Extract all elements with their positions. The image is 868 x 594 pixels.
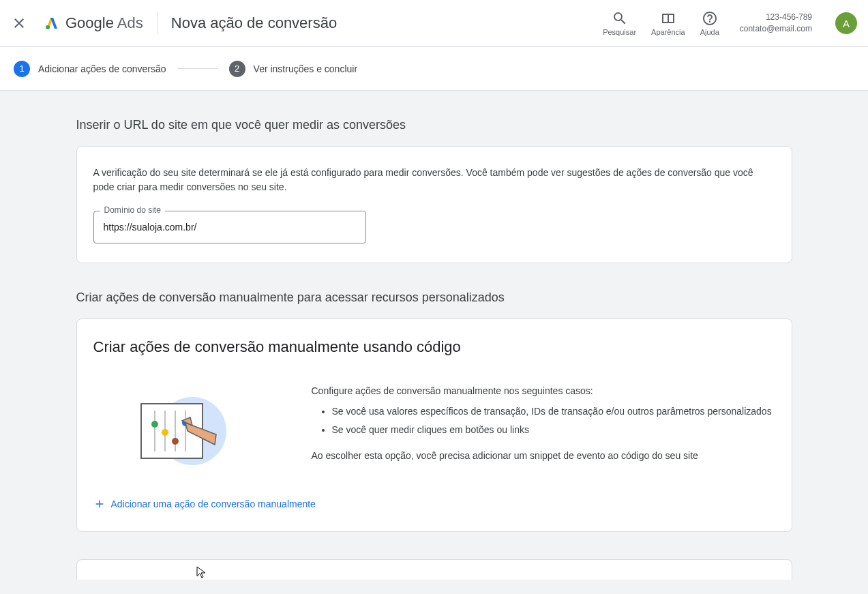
section-2-title: Criar ações de conversão manualmente par… [76, 291, 792, 305]
appearance-tool[interactable]: Aparência [651, 10, 685, 36]
section-1-title: Inserir o URL do site em que você quer m… [76, 118, 792, 132]
manual-card: Criar ações de conversão manualmente usa… [76, 318, 792, 532]
add-conversion-link[interactable]: Adicionar uma ação de conversão manualme… [93, 498, 316, 510]
search-tool[interactable]: Pesquisar [603, 10, 636, 36]
url-card-description: A verificação do seu site determinará se… [93, 166, 775, 194]
step-2-number: 2 [229, 61, 245, 77]
manual-intro: Configure ações de conversão manualmente… [312, 383, 775, 398]
svg-point-7 [151, 421, 158, 428]
step-1-label: Adicionar ações de conversão [38, 63, 166, 74]
help-icon [702, 10, 718, 27]
add-conversion-label: Adicionar uma ação de conversão manualme… [111, 499, 316, 509]
step-connector [177, 68, 218, 69]
divider [157, 12, 158, 34]
manual-text-block: Configure ações de conversão manualmente… [312, 383, 775, 464]
google-ads-logo-icon [44, 15, 60, 31]
sliders-illustration-icon [128, 383, 237, 479]
svg-point-8 [162, 429, 168, 436]
header-tools: Pesquisar Aparência Ajuda 123-456-789 co… [603, 10, 857, 36]
step-1-number: 1 [14, 61, 30, 77]
manual-card-title: Criar ações de conversão manualmente usa… [93, 338, 775, 356]
svg-point-0 [46, 25, 50, 29]
manual-footer: Ao escolher esta opção, você precisa adi… [312, 448, 775, 463]
manual-illustration [93, 383, 271, 479]
svg-point-9 [172, 438, 179, 445]
domain-input-label: Domínio do site [100, 205, 165, 215]
url-card: A verificação do seu site determinará se… [76, 146, 792, 263]
stepper: 1 Adicionar ações de conversão 2 Ver ins… [0, 47, 868, 91]
step-2[interactable]: 2 Ver instruções e concluir [229, 61, 358, 77]
close-icon [11, 15, 27, 31]
appearance-icon [660, 10, 676, 27]
page-title: Nova ação de conversão [171, 14, 337, 32]
help-tool[interactable]: Ajuda [700, 10, 719, 36]
avatar[interactable]: A [835, 12, 857, 34]
account-info: 123-456-789 contato@email.com [740, 12, 812, 35]
search-icon [612, 10, 628, 27]
close-button[interactable] [11, 15, 27, 31]
plus-icon [93, 498, 106, 510]
domain-input[interactable] [93, 211, 366, 243]
main-content: Inserir o URL do site em que você quer m… [63, 91, 806, 594]
step-1[interactable]: 1 Adicionar ações de conversão [14, 61, 166, 77]
logo-text: Google Ads [65, 14, 143, 32]
logo-area: Google Ads [44, 14, 143, 32]
step-2-label: Ver instruções e concluir [254, 63, 358, 74]
manual-bullet-1: Se você usa valores específicos de trans… [332, 404, 775, 419]
partial-card [76, 559, 792, 580]
domain-input-wrapper: Domínio do site [93, 211, 366, 243]
account-email: contato@email.com [740, 23, 812, 35]
account-id: 123-456-789 [766, 12, 812, 23]
manual-bullet-2: Se você quer medir cliques em botões ou … [332, 422, 775, 437]
app-header: Google Ads Nova ação de conversão Pesqui… [0, 0, 868, 47]
